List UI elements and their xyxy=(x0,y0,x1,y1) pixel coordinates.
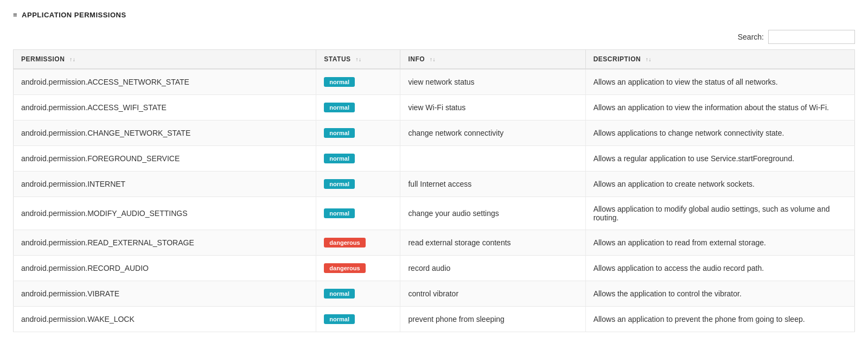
status-badge: normal xyxy=(324,77,355,87)
status-badge: normal xyxy=(324,103,355,112)
table-row: android.permission.RECORD_AUDIOdangerous… xyxy=(14,256,855,281)
cell-permission: android.permission.ACCESS_NETWORK_STATE xyxy=(14,69,316,95)
cell-description: Allows an application to prevent the pho… xyxy=(585,307,854,332)
cell-status: normal xyxy=(316,95,400,120)
cell-permission: android.permission.MODIFY_AUDIO_SETTINGS xyxy=(14,197,316,230)
cell-permission: android.permission.RECORD_AUDIO xyxy=(14,256,316,281)
cell-permission: android.permission.READ_EXTERNAL_STORAGE xyxy=(14,230,316,256)
table-row: android.permission.READ_EXTERNAL_STORAGE… xyxy=(14,230,855,256)
cell-permission: android.permission.VIBRATE xyxy=(14,281,316,307)
cell-status: dangerous xyxy=(316,256,400,281)
cell-info xyxy=(400,146,585,172)
cell-status: normal xyxy=(316,307,400,332)
col-header-status: STATUS ↑↓ xyxy=(316,50,400,69)
table-header: PERMISSION ↑↓ STATUS ↑↓ INFO ↑↓ DESCRIPT… xyxy=(14,50,855,69)
cell-description: Allows application to modify global audi… xyxy=(585,197,854,230)
table-row: android.permission.INTERNETnormalfull In… xyxy=(14,172,855,197)
status-badge: dangerous xyxy=(324,263,365,273)
cell-description: Allows an application to read from exter… xyxy=(585,230,854,256)
status-badge: normal xyxy=(324,208,355,218)
cell-info: read external storage contents xyxy=(400,230,585,256)
table-body: android.permission.ACCESS_NETWORK_STATEn… xyxy=(14,69,855,332)
cell-description: Allows application to access the audio r… xyxy=(585,256,854,281)
table-row: android.permission.ACCESS_WIFI_STATEnorm… xyxy=(14,95,855,120)
cell-status: dangerous xyxy=(316,230,400,256)
page-container: ≡ APPLICATION PERMISSIONS Search: PERMIS… xyxy=(0,0,868,343)
sort-icon-permission[interactable]: ↑↓ xyxy=(69,56,75,62)
cell-info: control vibrator xyxy=(400,281,585,307)
cell-status: normal xyxy=(316,172,400,197)
sort-icon-status[interactable]: ↑↓ xyxy=(355,56,361,62)
status-badge: normal xyxy=(324,179,355,189)
cell-permission: android.permission.WAKE_LOCK xyxy=(14,307,316,332)
search-label: Search: xyxy=(738,33,764,41)
cell-description: Allows an application to view the inform… xyxy=(585,95,854,120)
page-title-text: APPLICATION PERMISSIONS xyxy=(22,11,126,19)
cell-description: Allows a regular application to use Serv… xyxy=(585,146,854,172)
cell-info: full Internet access xyxy=(400,172,585,197)
permissions-table: PERMISSION ↑↓ STATUS ↑↓ INFO ↑↓ DESCRIPT… xyxy=(13,49,855,332)
status-badge: normal xyxy=(324,154,355,163)
status-badge: normal xyxy=(324,128,355,138)
table-row: android.permission.FOREGROUND_SERVICEnor… xyxy=(14,146,855,172)
cell-permission: android.permission.FOREGROUND_SERVICE xyxy=(14,146,316,172)
list-icon: ≡ xyxy=(13,11,17,19)
sort-icon-info[interactable]: ↑↓ xyxy=(430,56,436,62)
cell-status: normal xyxy=(316,120,400,146)
cell-description: Allows applications to change network co… xyxy=(585,120,854,146)
col-header-permission: PERMISSION ↑↓ xyxy=(14,50,316,69)
table-row: android.permission.CHANGE_NETWORK_STATEn… xyxy=(14,120,855,146)
status-badge: normal xyxy=(324,289,355,299)
cell-permission: android.permission.CHANGE_NETWORK_STATE xyxy=(14,120,316,146)
cell-info: prevent phone from sleeping xyxy=(400,307,585,332)
cell-status: normal xyxy=(316,146,400,172)
cell-info: record audio xyxy=(400,256,585,281)
table-row: android.permission.WAKE_LOCKnormalpreven… xyxy=(14,307,855,332)
sort-icon-description[interactable]: ↑↓ xyxy=(646,56,652,62)
cell-description: Allows an application to create network … xyxy=(585,172,854,197)
col-header-info: INFO ↑↓ xyxy=(400,50,585,69)
cell-description: Allows the application to control the vi… xyxy=(585,281,854,307)
page-title: ≡ APPLICATION PERMISSIONS xyxy=(13,11,855,19)
status-badge: dangerous xyxy=(324,238,365,248)
search-input[interactable] xyxy=(768,30,855,44)
header-row: PERMISSION ↑↓ STATUS ↑↓ INFO ↑↓ DESCRIPT… xyxy=(14,50,855,69)
cell-info: change your audio settings xyxy=(400,197,585,230)
status-badge: normal xyxy=(324,314,355,324)
cell-info: view network status xyxy=(400,69,585,95)
table-row: android.permission.VIBRATEnormalcontrol … xyxy=(14,281,855,307)
cell-status: normal xyxy=(316,69,400,95)
cell-status: normal xyxy=(316,197,400,230)
cell-status: normal xyxy=(316,281,400,307)
cell-info: view Wi-Fi status xyxy=(400,95,585,120)
cell-description: Allows an application to view the status… xyxy=(585,69,854,95)
cell-info: change network connectivity xyxy=(400,120,585,146)
table-row: android.permission.ACCESS_NETWORK_STATEn… xyxy=(14,69,855,95)
col-header-description: DESCRIPTION ↑↓ xyxy=(585,50,854,69)
cell-permission: android.permission.ACCESS_WIFI_STATE xyxy=(14,95,316,120)
table-row: android.permission.MODIFY_AUDIO_SETTINGS… xyxy=(14,197,855,230)
search-bar: Search: xyxy=(13,30,855,44)
cell-permission: android.permission.INTERNET xyxy=(14,172,316,197)
